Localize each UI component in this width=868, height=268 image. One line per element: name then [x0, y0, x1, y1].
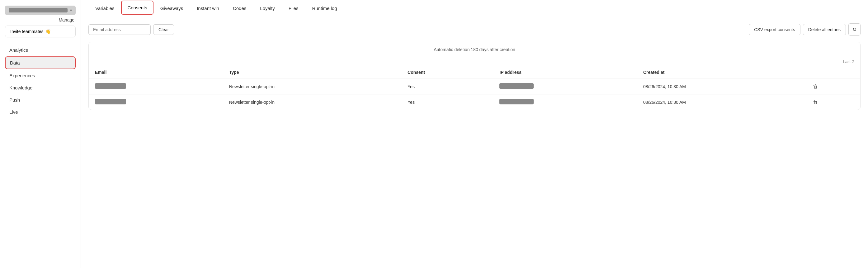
redacted-email-1	[95, 83, 126, 89]
delete-row-2-icon[interactable]: 🗑	[813, 99, 818, 105]
redacted-email-2	[95, 99, 126, 105]
col-ip: IP address	[493, 66, 637, 79]
tab-giveaways[interactable]: Giveaways	[154, 0, 190, 17]
filter-right: CSV export consents Delete all entries ↻	[749, 23, 861, 35]
sidebar-item-data[interactable]: Data	[5, 56, 76, 69]
consents-table: Email Type Consent IP address Created at…	[89, 66, 860, 110]
sidebar-item-experiences[interactable]: Experiences	[5, 70, 76, 81]
delete-all-button[interactable]: Delete all entries	[803, 24, 846, 35]
tab-bar: Variables Consents Giveaways Instant win…	[81, 0, 868, 17]
deletion-notice: Automatic deletion 180 days after creati…	[89, 42, 860, 57]
tab-instant-win[interactable]: Instant win	[190, 0, 226, 17]
data-card: Automatic deletion 180 days after creati…	[88, 42, 861, 110]
cell-type-2: Newsletter single-opt-in	[223, 94, 401, 110]
refresh-button[interactable]: ↻	[848, 23, 861, 35]
clear-button[interactable]: Clear	[153, 24, 174, 35]
workspace-selector-container: ▾	[5, 6, 76, 15]
tab-runtime-log[interactable]: Runtime log	[305, 0, 344, 17]
filter-left: Clear	[88, 24, 174, 35]
sidebar-item-push[interactable]: Push	[5, 94, 76, 106]
chevron-down-icon: ▾	[70, 8, 72, 12]
sidebar-item-live[interactable]: Live	[5, 106, 76, 118]
email-input[interactable]	[88, 24, 151, 35]
sidebar-item-knowledge[interactable]: Knowledge	[5, 82, 76, 93]
cell-consent-1: Yes	[401, 79, 493, 94]
cell-email-1	[89, 79, 223, 94]
main-content: Variables Consents Giveaways Instant win…	[81, 0, 868, 268]
content-area: Clear CSV export consents Delete all ent…	[81, 17, 868, 268]
delete-row-1-icon[interactable]: 🗑	[813, 84, 818, 89]
tab-files[interactable]: Files	[282, 0, 305, 17]
col-type: Type	[223, 66, 401, 79]
sidebar: ▾ Manage Invite teammates 👋 Analytics Da…	[0, 0, 81, 268]
col-created: Created at	[637, 66, 807, 79]
manage-link[interactable]: Manage	[5, 18, 76, 23]
redacted-ip-1	[499, 83, 534, 89]
cell-ip-2	[493, 94, 637, 110]
cell-email-2	[89, 94, 223, 110]
table-header-row: Email Type Consent IP address Created at	[89, 66, 860, 79]
tab-codes[interactable]: Codes	[226, 0, 253, 17]
table-row: Newsletter single-opt-in Yes 08/26/2024,…	[89, 94, 860, 110]
refresh-icon: ↻	[852, 27, 857, 32]
invite-teammates-label: Invite teammates	[10, 29, 43, 34]
cell-consent-2: Yes	[401, 94, 493, 110]
workspace-name	[9, 8, 67, 12]
tab-variables[interactable]: Variables	[88, 0, 121, 17]
cell-created-1: 08/26/2024, 10:30 AM	[637, 79, 807, 94]
cell-ip-1	[493, 79, 637, 94]
redacted-ip-2	[499, 99, 534, 105]
invite-emoji: 👋	[45, 29, 51, 34]
invite-teammates-button[interactable]: Invite teammates 👋	[5, 26, 76, 37]
cell-delete-2: 🗑	[807, 94, 860, 110]
csv-export-button[interactable]: CSV export consents	[749, 24, 801, 35]
table-row: Newsletter single-opt-in Yes 08/26/2024,…	[89, 79, 860, 94]
tab-consents[interactable]: Consents	[121, 1, 153, 14]
cell-type-1: Newsletter single-opt-in	[223, 79, 401, 94]
last-count: Last 2	[89, 57, 860, 66]
col-actions	[807, 66, 860, 79]
workspace-selector[interactable]: ▾	[5, 6, 76, 15]
tab-loyalty[interactable]: Loyalty	[253, 0, 282, 17]
cell-delete-1: 🗑	[807, 79, 860, 94]
filter-bar: Clear CSV export consents Delete all ent…	[88, 23, 861, 35]
sidebar-nav: Analytics Data Experiences Knowledge Pus…	[5, 44, 76, 118]
cell-created-2: 08/26/2024, 10:30 AM	[637, 94, 807, 110]
sidebar-item-analytics[interactable]: Analytics	[5, 44, 76, 56]
col-consent: Consent	[401, 66, 493, 79]
col-email: Email	[89, 66, 223, 79]
